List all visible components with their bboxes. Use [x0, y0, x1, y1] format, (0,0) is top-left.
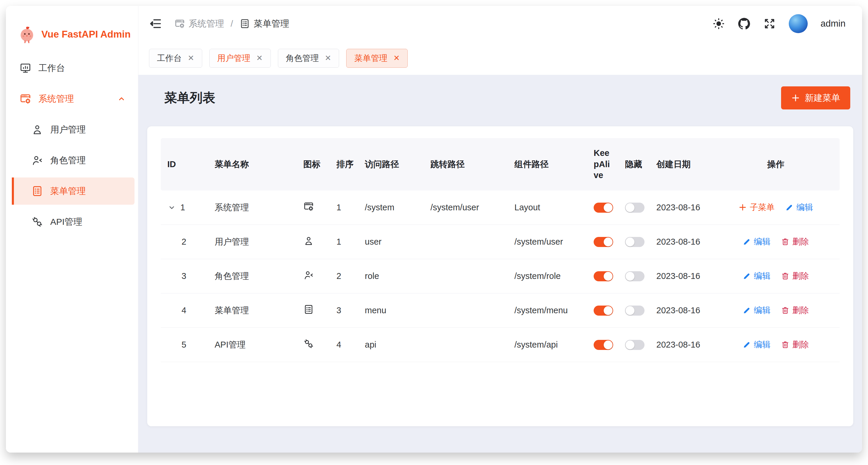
hidden-toggle[interactable]: [625, 340, 645, 350]
sidebar-collapse-icon[interactable]: [149, 17, 162, 30]
add-submenu-button[interactable]: 子菜单: [739, 202, 775, 213]
hidden-toggle[interactable]: [625, 271, 645, 281]
hidden-toggle[interactable]: [625, 237, 645, 247]
edit-button[interactable]: 编辑: [785, 202, 813, 213]
tab-label: 用户管理: [217, 53, 250, 64]
edit-label: 编辑: [754, 270, 770, 282]
cell-date: 2023-08-16: [650, 259, 712, 293]
sidebar-item-users[interactable]: 用户管理: [12, 116, 134, 143]
app-title: Vue FastAPI Admin: [41, 29, 131, 40]
delete-button[interactable]: 删除: [781, 270, 809, 282]
top-header: 系统管理 / 菜单管理 admin: [138, 6, 862, 41]
cell-order: 4: [330, 328, 358, 362]
hidden-toggle[interactable]: [625, 306, 645, 316]
close-icon[interactable]: ✕: [325, 54, 332, 63]
edit-button[interactable]: 编辑: [743, 236, 770, 247]
trash-icon: [781, 237, 789, 246]
cell-date: 2023-08-16: [650, 328, 712, 362]
tab-roles[interactable]: 角色管理 ✕: [278, 49, 339, 68]
cell-component: /system/api: [508, 328, 587, 362]
delete-button[interactable]: 删除: [781, 305, 809, 316]
col-redirect: 跳转路径: [424, 138, 508, 191]
expand-chevron-down-icon[interactable]: [167, 203, 176, 212]
sidebar-item-label: 角色管理: [50, 154, 86, 167]
col-order: 排序: [330, 138, 358, 191]
cell-id: 1: [180, 203, 185, 212]
main-content: 菜单列表 新建菜单 ID 菜单名称 图标 排序: [138, 75, 862, 453]
delete-button[interactable]: 删除: [781, 339, 809, 350]
cell-path: user: [358, 225, 424, 259]
sidebar-nav: 工作台 系统管理 用户管理 角色管理 菜单管理 API: [6, 50, 138, 235]
col-id: ID: [161, 138, 208, 191]
close-icon[interactable]: ✕: [188, 54, 194, 63]
delete-label: 删除: [792, 305, 809, 316]
breadcrumb-item-system[interactable]: 系统管理: [175, 18, 224, 30]
trash-icon: [781, 341, 789, 349]
sidebar-item-workbench[interactable]: 工作台: [12, 54, 134, 82]
sidebar-item-api[interactable]: API管理: [12, 208, 134, 235]
keepalive-toggle[interactable]: [594, 203, 613, 213]
cell-path: role: [358, 259, 424, 293]
tab-users[interactable]: 用户管理 ✕: [209, 49, 271, 68]
pencil-icon: [785, 203, 794, 211]
sidebar-item-menus[interactable]: 菜单管理: [12, 177, 134, 205]
pencil-icon: [743, 306, 751, 314]
hidden-toggle[interactable]: [625, 203, 645, 213]
page-title: 菜单列表: [147, 89, 215, 107]
chevron-up-icon: [117, 94, 126, 104]
cell-order: 2: [330, 259, 358, 293]
submenu-label: 子菜单: [750, 202, 775, 213]
breadcrumb-separator: /: [229, 19, 235, 29]
theme-sun-icon[interactable]: [712, 18, 725, 30]
close-icon[interactable]: ✕: [256, 54, 263, 63]
edit-label: 编辑: [754, 339, 770, 350]
pencil-icon: [743, 237, 751, 246]
cell-path: /system: [358, 191, 424, 225]
table-row: 3 角色管理 2 role /system/role 2023-08-16: [161, 259, 840, 293]
cell-date: 2023-08-16: [650, 191, 712, 225]
delete-label: 删除: [792, 236, 809, 247]
table-header-row: ID 菜单名称 图标 排序 访问路径 跳转路径 组件路径 KeepAlive 隐…: [161, 138, 840, 191]
keepalive-toggle[interactable]: [594, 271, 613, 281]
edit-label: 编辑: [797, 202, 813, 213]
trash-icon: [781, 306, 789, 314]
col-path: 访问路径: [358, 138, 424, 191]
sidebar-item-label: 工作台: [38, 62, 65, 74]
tab-workbench[interactable]: 工作台 ✕: [149, 49, 202, 68]
cell-component: /system/role: [508, 259, 587, 293]
cell-name: 角色管理: [208, 259, 297, 293]
role-icon: [303, 270, 314, 281]
cell-id: 2: [182, 237, 186, 247]
breadcrumb-item-menus[interactable]: 菜单管理: [240, 18, 289, 30]
fullscreen-icon[interactable]: [763, 18, 776, 30]
close-icon[interactable]: ✕: [393, 54, 400, 63]
github-icon[interactable]: [738, 18, 750, 30]
cell-name: 用户管理: [208, 225, 297, 259]
table-row: 2 用户管理 1 user /system/user 2023-08-16: [161, 225, 840, 259]
keepalive-toggle[interactable]: [594, 237, 613, 247]
menu-list-icon: [31, 185, 43, 197]
role-icon: [31, 154, 43, 166]
edit-button[interactable]: 编辑: [743, 305, 770, 316]
avatar[interactable]: [789, 14, 808, 33]
keepalive-toggle[interactable]: [594, 306, 613, 316]
username: admin: [821, 18, 845, 29]
delete-button[interactable]: 删除: [781, 236, 809, 247]
sidebar-item-roles[interactable]: 角色管理: [12, 147, 134, 174]
sidebar-item-system[interactable]: 系统管理: [12, 85, 134, 112]
cell-date: 2023-08-16: [650, 225, 712, 259]
edit-button[interactable]: 编辑: [743, 270, 770, 282]
col-name: 菜单名称: [208, 138, 297, 191]
menu-list-icon: [240, 18, 250, 29]
new-menu-button[interactable]: 新建菜单: [781, 86, 850, 110]
tab-menus[interactable]: 菜单管理 ✕: [346, 49, 408, 68]
cell-redirect: [424, 328, 508, 362]
breadcrumb-label: 菜单管理: [254, 18, 289, 30]
plug-icon: [31, 216, 43, 228]
col-date: 创建日期: [650, 138, 712, 191]
logo[interactable]: Vue FastAPI Admin: [6, 6, 138, 50]
sidebar-item-label: 用户管理: [50, 124, 86, 136]
keepalive-toggle[interactable]: [594, 340, 613, 350]
page-title-row: 菜单列表 新建菜单: [147, 85, 853, 111]
edit-button[interactable]: 编辑: [743, 339, 770, 350]
